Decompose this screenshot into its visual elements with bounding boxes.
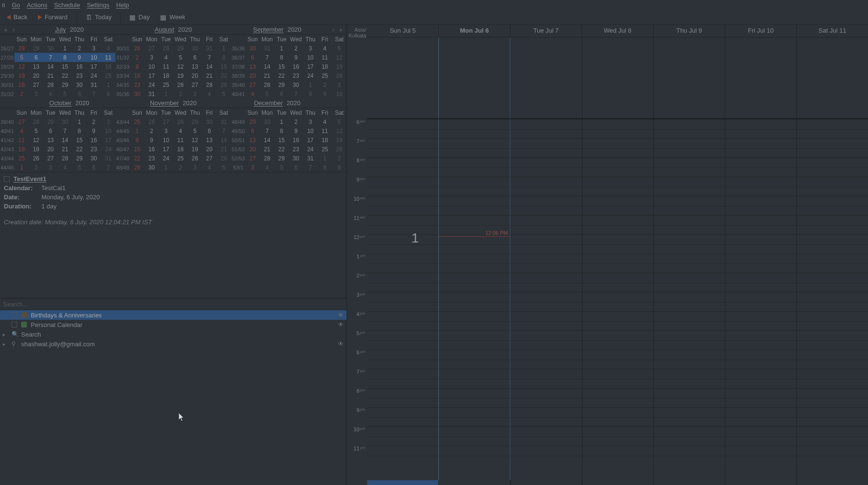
back-button[interactable]: Back <box>3 12 31 23</box>
mini-day[interactable]: 27 <box>14 117 29 126</box>
mini-day[interactable]: 21 <box>43 71 58 80</box>
mini-day[interactable]: 30 <box>43 44 58 53</box>
mini-day[interactable]: 12 <box>332 53 347 62</box>
mini-nav-prev[interactable]: ‹ <box>10 27 17 33</box>
mini-day[interactable]: 31 <box>144 89 159 98</box>
mini-day[interactable]: 23 <box>130 80 144 89</box>
day-column[interactable] <box>796 119 868 485</box>
mini-day[interactable]: 12 <box>14 62 29 71</box>
mini-day[interactable]: 2 <box>144 126 159 135</box>
mini-day[interactable]: 6 <box>274 89 289 98</box>
mini-day[interactable]: 29 <box>274 154 289 163</box>
day-column[interactable] <box>367 119 438 485</box>
mini-day[interactable]: 25 <box>159 80 173 89</box>
mini-day[interactable]: 5 <box>58 89 72 98</box>
mini-day[interactable]: 30 <box>87 154 101 163</box>
mini-day[interactable]: 5 <box>217 89 231 98</box>
mini-day[interactable]: 20 <box>202 145 217 154</box>
mini-day[interactable]: 13 <box>43 135 58 145</box>
day-header[interactable]: Sun Jul 5 <box>367 25 438 37</box>
mini-day[interactable]: 15 <box>130 145 144 154</box>
mini-day[interactable]: 4 <box>318 44 332 53</box>
mini-day[interactable]: 30 <box>289 154 303 163</box>
mini-day[interactable]: 1 <box>274 117 289 126</box>
mini-day[interactable]: 10 <box>303 126 318 135</box>
month-label-nov[interactable]: November2020 <box>150 99 197 107</box>
mini-day[interactable]: 26 <box>173 80 187 89</box>
menu-settings[interactable]: Settings <box>87 1 110 9</box>
mini-day[interactable]: 4 <box>318 117 332 126</box>
mini-day[interactable]: 10 <box>332 89 347 98</box>
mini-day[interactable]: 23 <box>289 145 303 154</box>
mini-day[interactable]: 28 <box>58 154 72 163</box>
mini-day[interactable]: 9 <box>72 53 87 62</box>
mini-day[interactable]: 22 <box>72 145 87 154</box>
mini-day[interactable]: 3 <box>187 89 202 98</box>
mini-day[interactable]: 20 <box>187 71 202 80</box>
mini-day[interactable]: 6 <box>72 89 87 98</box>
mini-day[interactable]: 24 <box>303 71 318 80</box>
mini-day[interactable]: 31 <box>260 44 274 53</box>
mini-day[interactable]: 27 <box>202 154 217 163</box>
mini-day[interactable]: 6 <box>43 126 58 135</box>
mini-calendar-jul[interactable]: SunMonTueWedThuFriSat26/27282930123427/2… <box>0 35 115 98</box>
mini-day[interactable]: 18 <box>173 145 187 154</box>
day-header[interactable]: Tue Jul 7 <box>510 25 582 37</box>
mini-day[interactable]: 8 <box>274 53 289 62</box>
mini-day[interactable]: 10 <box>159 135 173 145</box>
mini-day[interactable]: 23 <box>72 71 87 80</box>
mini-day[interactable]: 3 <box>246 163 260 172</box>
mini-day[interactable]: 30 <box>202 117 217 126</box>
mini-day[interactable]: 4 <box>173 126 187 135</box>
mini-day[interactable]: 6 <box>246 53 260 62</box>
mini-day[interactable]: 3 <box>303 117 318 126</box>
mini-day[interactable]: 16 <box>72 62 87 71</box>
day-column[interactable]: 12:06 PM <box>438 119 510 485</box>
mini-day[interactable]: 12 <box>187 135 202 145</box>
day-column[interactable] <box>582 119 654 485</box>
mini-day[interactable]: 15 <box>217 62 231 71</box>
mini-day[interactable]: 3 <box>43 163 58 172</box>
mini-day[interactable]: 25 <box>130 117 144 126</box>
mini-day[interactable]: 17 <box>101 135 115 145</box>
mini-day[interactable]: 5 <box>72 163 87 172</box>
mini-day[interactable]: 2 <box>173 89 187 98</box>
day-button[interactable]: ▦ Day <box>125 12 153 23</box>
mini-calendar-dec[interactable]: SunMonTueWedThuFriSat48/4929301234549/50… <box>231 108 347 172</box>
mini-day[interactable]: 19 <box>187 145 202 154</box>
mini-day[interactable]: 3 <box>332 80 347 89</box>
mini-day[interactable]: 29 <box>43 117 58 126</box>
forward-button[interactable]: Forward <box>34 12 72 23</box>
mini-day[interactable]: 28 <box>43 80 58 89</box>
mini-day[interactable]: 8 <box>72 126 87 135</box>
mini-day[interactable]: 9 <box>289 126 303 135</box>
mini-day[interactable]: 18 <box>318 62 332 71</box>
mini-day[interactable]: 17 <box>303 62 318 71</box>
mini-day[interactable]: 29 <box>173 44 187 53</box>
mini-day[interactable]: 11 <box>101 53 115 62</box>
mini-day[interactable]: 4 <box>202 89 217 98</box>
mini-day[interactable]: 30 <box>289 80 303 89</box>
mini-day[interactable]: 21 <box>260 145 274 154</box>
mini-day[interactable]: 25 <box>318 71 332 80</box>
mini-day[interactable]: 1 <box>101 80 115 89</box>
mini-day[interactable]: 29 <box>72 154 87 163</box>
mini-day[interactable]: 28 <box>173 117 187 126</box>
mini-day[interactable]: 31 <box>202 44 217 53</box>
calendar-item-account[interactable]: ▸ ⚲ shashwat.jolly@gmail.com 👁 <box>0 339 347 349</box>
mini-day[interactable]: 26 <box>332 71 347 80</box>
mini-day[interactable]: 11 <box>173 135 187 145</box>
mini-day[interactable]: 5 <box>187 126 202 135</box>
mini-day[interactable]: 10 <box>87 53 101 62</box>
mini-day[interactable]: 9 <box>144 135 159 145</box>
mini-day[interactable]: 7 <box>58 126 72 135</box>
mini-day[interactable]: 27 <box>29 80 43 89</box>
mini-day[interactable]: 4 <box>260 163 274 172</box>
mini-day[interactable]: 7 <box>43 53 58 62</box>
mini-day[interactable]: 5 <box>217 163 231 172</box>
mini-day[interactable]: 17 <box>144 71 159 80</box>
mini-day[interactable]: 13 <box>29 62 43 71</box>
mini-day[interactable]: 11 <box>159 62 173 71</box>
mini-day[interactable]: 19 <box>14 71 29 80</box>
mini-day[interactable]: 21 <box>217 145 231 154</box>
